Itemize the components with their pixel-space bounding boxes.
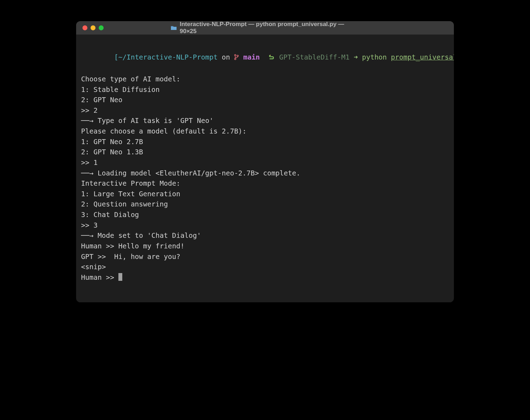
terminal-window: Interactive-NLP-Prompt — python prompt_u…: [76, 21, 454, 302]
svg-point-0: [235, 54, 236, 56]
window-title: Interactive-NLP-Prompt — python prompt_u…: [171, 21, 359, 35]
output-line: ──→ Loading model <EleutherAI/gpt-neo-2.…: [81, 168, 449, 179]
output-line: Interactive Prompt Mode:: [81, 178, 449, 189]
command-file: prompt_universal.py: [391, 53, 454, 61]
output-line: GPT >> Hi, how are you?: [81, 252, 449, 262]
output-line: Choose type of AI model:: [81, 74, 449, 85]
shell-prompt-line: [~/Interactive-NLP-Prompt on main GPT-St…: [81, 42, 449, 74]
cursor-icon: [118, 273, 122, 281]
output-line: 2: GPT Neo: [81, 95, 449, 105]
output-line: 2: GPT Neo 1.3B: [81, 147, 449, 158]
output-line: >> 3: [81, 220, 449, 231]
output-line: 1: Large Text Generation: [81, 189, 449, 199]
folder-icon: [171, 25, 177, 30]
cwd-path: ~/Interactive-NLP-Prompt: [118, 53, 218, 61]
snake-icon: [268, 53, 275, 64]
prompt-arrow-icon: ➜: [354, 53, 358, 61]
titlebar[interactable]: Interactive-NLP-Prompt — python prompt_u…: [76, 21, 454, 35]
output-line: >> 2: [81, 105, 449, 116]
output-line: ──→ Type of AI task is 'GPT Neo': [81, 116, 449, 126]
output-line: Please choose a model (default is 2.7B):: [81, 126, 449, 137]
on-word: on: [217, 53, 234, 61]
output-line: >> 1: [81, 158, 449, 168]
output-line: ──→ Mode set to 'Chat Dialog': [81, 230, 449, 241]
output-line: 1: Stable Diffusion: [81, 85, 449, 95]
input-prompt-line[interactable]: Human >>: [81, 272, 449, 283]
command-prefix: python: [358, 53, 391, 61]
terminal-body[interactable]: [~/Interactive-NLP-Prompt on main GPT-St…: [76, 35, 454, 302]
git-branch-name: main: [243, 53, 260, 61]
open-bracket: [: [114, 53, 118, 61]
output-line: 2: Question answering: [81, 199, 449, 210]
env-name: GPT-StableDiff-M1: [275, 53, 354, 61]
input-prompt-prefix: Human >>: [81, 273, 118, 282]
maximize-button[interactable]: [99, 25, 104, 30]
output-line: Human >> Hello my friend!: [81, 241, 449, 252]
output-line: <snip>: [81, 262, 449, 272]
svg-point-2: [237, 55, 239, 56]
window-title-text: Interactive-NLP-Prompt — python prompt_u…: [180, 21, 359, 35]
close-button[interactable]: [82, 25, 87, 30]
traffic-lights: [82, 25, 104, 30]
minimize-button[interactable]: [91, 25, 95, 30]
svg-point-1: [235, 58, 236, 60]
output-line: 3: Chat Dialog: [81, 210, 449, 220]
output-line: 1: GPT Neo 2.7B: [81, 137, 449, 147]
svg-point-3: [270, 55, 270, 55]
git-branch-icon: [234, 53, 239, 63]
